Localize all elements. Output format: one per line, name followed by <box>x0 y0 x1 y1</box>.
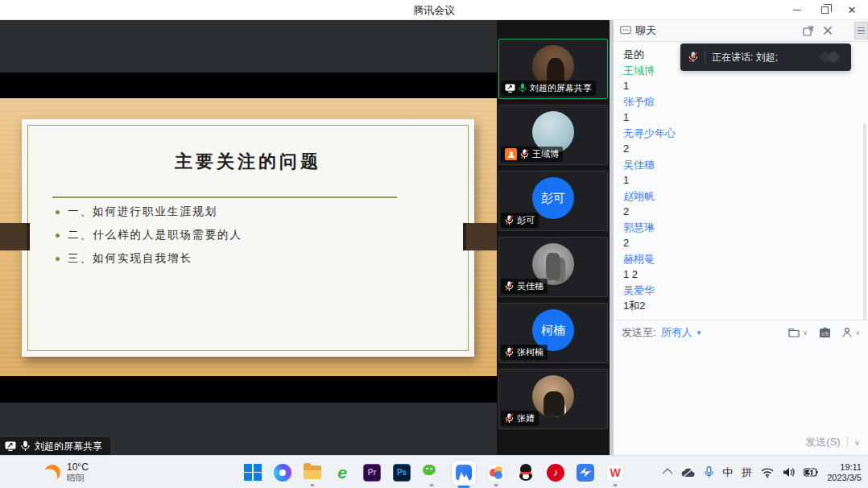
qq-icon[interactable] <box>516 463 535 482</box>
slide-bullet: 三、如何实现自我增长 <box>56 251 242 275</box>
member-button[interactable]: ∨ <box>842 327 860 338</box>
tray-date: 2023/3/5 <box>827 473 862 483</box>
restore-button[interactable] <box>818 4 831 17</box>
send-to-label: 发送至: <box>622 325 656 340</box>
chat-message: 无寻少年心2 <box>623 126 858 157</box>
letterbox-top <box>0 72 497 98</box>
popout-icon[interactable] <box>800 23 816 39</box>
window-title: 腾讯会议 <box>0 0 868 20</box>
ime-icon[interactable]: 中 <box>722 465 733 480</box>
chat-message: 张予煊1 <box>623 94 858 126</box>
send-options-chevron-icon[interactable]: ∨ <box>854 438 860 447</box>
wechat-icon[interactable] <box>422 463 441 482</box>
announcement-button[interactable]: 公告 <box>819 327 831 338</box>
participant-tile[interactable]: 柯楠 张柯楠 <box>498 303 608 363</box>
tray-expand-icon[interactable] <box>663 469 673 479</box>
mic-muted-icon <box>505 413 514 424</box>
slide-title: 主要关注的问题 <box>22 150 474 174</box>
chat-title: 聊天 <box>635 23 656 38</box>
slide-bullet: 一、如何进行职业生涯规划 <box>56 205 242 228</box>
taskbar-weather-widget[interactable]: 10°C 晴朗 <box>44 456 89 488</box>
slide-divider-line <box>52 196 397 198</box>
tencent-meeting-icon[interactable] <box>452 463 476 482</box>
mic-muted-icon <box>505 215 514 225</box>
mic-muted-icon <box>505 347 514 358</box>
chevron-down-icon[interactable]: ∨ <box>803 329 808 337</box>
participant-tile[interactable]: 刘超的屏幕共享 <box>498 39 608 99</box>
chat-message-list[interactable]: 是的 王域博1 张予煊1 无寻少年心2 吴佳穗1 赵翊帆2 郭慧琳2 赫栩曼1 … <box>614 42 868 320</box>
chat-message: 吴爱华1和2 <box>623 283 858 314</box>
netease-music-icon[interactable]: ♪ <box>546 463 565 482</box>
send-to-select[interactable]: 所有人 <box>661 325 692 340</box>
slide-ribbon-right <box>463 223 497 250</box>
weather-temp: 10°C <box>67 462 89 473</box>
chevron-down-icon[interactable]: ▾ <box>697 329 701 337</box>
send-file-button[interactable]: ∨ <box>788 328 808 338</box>
speaker-icon[interactable] <box>783 467 795 478</box>
participant-tile[interactable]: 王域博 <box>498 105 608 165</box>
slide-ribbon-left <box>0 223 30 250</box>
minimize-button[interactable] <box>791 4 804 17</box>
participant-name: 吴佳穗 <box>517 280 544 292</box>
photoshop-icon[interactable]: Ps <box>392 463 411 482</box>
chat-message: 赵翊帆2 <box>623 188 858 220</box>
chat-panel: 聊天 是的 王域博1 张予煊1 无寻少年心2 吴佳穗1 赵翊帆2 郭慧琳2 赫栩… <box>614 20 868 455</box>
internet-explorer-icon[interactable]: e <box>333 463 352 482</box>
participant-strip: 刘超的屏幕共享 王域博 彭可 <box>497 20 610 455</box>
send-button[interactable]: 发送(S) <box>805 435 840 449</box>
app-window: 腾讯会议 ✕ 主要关注的问题 一、如何进行职业生涯规划 二、什么样的人是职场需要… <box>0 0 868 488</box>
participant-name: 王域博 <box>532 148 559 160</box>
panel-menu-icon[interactable] <box>854 22 868 39</box>
slide-bullet-list: 一、如何进行职业生涯规划 二、什么样的人是职场需要的人 三、如何实现自我增长 <box>56 205 242 275</box>
pinyin-icon[interactable]: 拼 <box>742 465 752 480</box>
tray-time: 19:11 <box>827 462 862 473</box>
chat-compose-area: 发送至: 所有人 ▾ ∨ 公告 ∨ <box>614 320 868 455</box>
wifi-icon[interactable] <box>761 468 774 478</box>
speaking-toast-text: 正在讲话: 刘超; <box>712 51 778 64</box>
chevron-down-icon[interactable]: ∨ <box>855 329 860 337</box>
mic-muted-icon <box>688 52 698 63</box>
file-explorer-icon[interactable] <box>303 463 322 482</box>
participant-tile[interactable]: 彭可 彭可 <box>498 171 608 231</box>
participant-name: 彭可 <box>517 214 535 226</box>
participant-name: 张柯楠 <box>517 346 544 358</box>
close-button[interactable]: ✕ <box>845 4 858 17</box>
rings-app-icon[interactable] <box>486 463 506 482</box>
wps-icon[interactable]: W <box>606 463 625 482</box>
letterbox-bottom <box>0 376 497 403</box>
cloud-icon[interactable] <box>681 468 696 478</box>
bullet-dot-icon <box>56 257 60 261</box>
battery-icon[interactable] <box>804 468 818 477</box>
chat-input[interactable] <box>614 345 868 431</box>
thunder-icon[interactable] <box>576 463 595 482</box>
svg-text:公告: 公告 <box>821 331 829 337</box>
browser-360-icon[interactable] <box>273 463 292 482</box>
weather-desc: 晴朗 <box>67 473 89 483</box>
chat-scrollbar[interactable] <box>863 123 866 331</box>
sharer-name: 刘超的屏幕共享 <box>35 440 102 453</box>
close-chat-icon[interactable] <box>820 23 836 39</box>
participant-name: 刘超的屏幕共享 <box>530 82 592 94</box>
speaking-toast: 正在讲话: 刘超; <box>680 43 851 71</box>
mic-tray-icon[interactable] <box>705 466 713 478</box>
premiere-icon[interactable]: Pr <box>362 463 382 482</box>
moon-weather-icon <box>43 462 62 482</box>
chat-bubble-icon <box>620 26 631 35</box>
mic-muted-icon <box>505 281 514 292</box>
participant-name: 张婧 <box>517 412 535 424</box>
mic-on-icon <box>21 440 30 452</box>
chat-message: 郭慧琳2 <box>623 220 858 251</box>
participant-tile[interactable]: 吴佳穗 <box>498 237 608 297</box>
bullet-dot-icon <box>56 210 60 214</box>
taskbar-clock[interactable]: 19:11 2023/3/5 <box>827 462 862 483</box>
system-tray: 中 拼 19:11 2023/3/5 <box>665 456 862 488</box>
bullet-dot-icon <box>56 234 60 238</box>
chat-message: 赫栩曼1 2 <box>623 251 858 283</box>
start-button[interactable] <box>243 463 262 482</box>
meeting-logo-icon <box>819 50 843 64</box>
presentation-slide: 主要关注的问题 一、如何进行职业生涯规划 二、什么样的人是职场需要的人 三、如何… <box>22 119 474 357</box>
participant-tile[interactable]: 张婧 <box>498 369 608 429</box>
chat-header: 聊天 <box>614 20 868 42</box>
title-bar: 腾讯会议 ✕ <box>0 0 868 20</box>
screen-share-icon <box>5 441 16 451</box>
